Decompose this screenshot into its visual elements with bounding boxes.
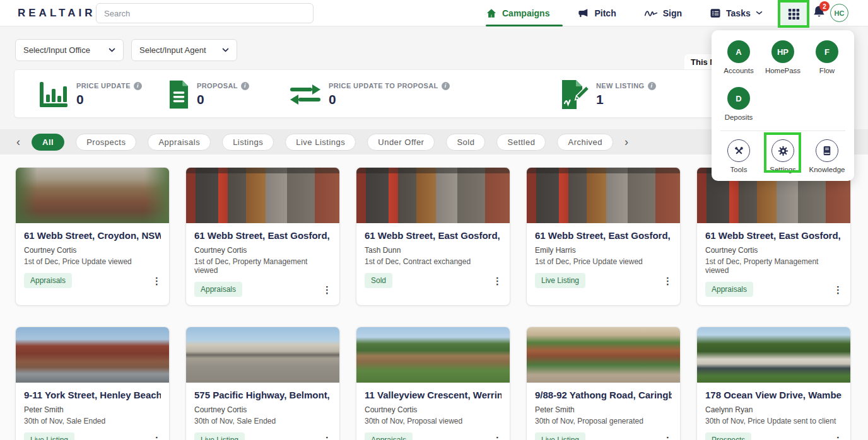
campaigns-card-grid: 61 Webb Street, Croydon, NSW, 2132 Court… bbox=[0, 154, 868, 440]
agent-name: Courtney Cortis bbox=[24, 246, 161, 255]
search-input[interactable] bbox=[96, 3, 314, 23]
property-card[interactable]: 11 Valleyview Crescent, Werrington... Co… bbox=[356, 327, 510, 440]
kebab-menu-icon[interactable]: ⋮ bbox=[833, 436, 842, 440]
campaigns-dashboard: REALTAIR Campaigns Pitch Sign bbox=[0, 0, 868, 440]
nav-label: Campaigns bbox=[502, 8, 549, 18]
kebab-menu-icon[interactable]: ⋮ bbox=[663, 436, 672, 440]
property-photo bbox=[186, 168, 339, 223]
agent-filter-select[interactable]: Select/Input Agent bbox=[131, 39, 237, 61]
stat-label: PRICE UPDATE TO PROPOSALi bbox=[329, 82, 450, 90]
primary-nav: Campaigns Pitch Sign Tasks bbox=[486, 0, 763, 26]
status-badge: Appraisals bbox=[705, 282, 753, 297]
flow-icon: F bbox=[816, 40, 838, 63]
kebab-menu-icon[interactable]: ⋮ bbox=[493, 436, 501, 440]
property-card[interactable]: 61 Webb Street, East Gosford, NSW,... Em… bbox=[526, 167, 681, 306]
homepass-icon: HP bbox=[771, 40, 794, 63]
nav-item-tasks[interactable]: Tasks bbox=[710, 8, 763, 19]
chevron-down-icon bbox=[222, 48, 229, 52]
tab-all[interactable]: All bbox=[32, 134, 64, 151]
property-card[interactable]: 575 Pacific Highway, Belmont, NSW,... Co… bbox=[185, 327, 340, 440]
property-card[interactable]: 61 Webb Street, East Gosford, NSW,... Ta… bbox=[356, 167, 510, 306]
tab-listings[interactable]: Listings bbox=[222, 134, 274, 151]
property-photo bbox=[356, 168, 510, 223]
info-icon[interactable]: i bbox=[241, 82, 249, 90]
signature-icon bbox=[644, 8, 658, 18]
tabs-scroll-right-icon[interactable]: › bbox=[625, 136, 628, 148]
status-badge: Appraisals bbox=[194, 282, 242, 297]
kebab-menu-icon[interactable]: ⋮ bbox=[322, 436, 331, 440]
property-card[interactable]: 178 Ocean View Drive, Wamberal,... Caely… bbox=[696, 327, 851, 440]
last-activity: 30th of Nov, Proposal generated bbox=[535, 417, 672, 426]
notification-count-badge: 2 bbox=[819, 1, 830, 11]
accounts-icon: A bbox=[727, 40, 750, 63]
apps-grid-button[interactable] bbox=[780, 2, 807, 26]
nav-item-pitch[interactable]: Pitch bbox=[577, 8, 616, 19]
kebab-menu-icon[interactable]: ⋮ bbox=[833, 285, 842, 294]
info-icon[interactable]: i bbox=[134, 82, 142, 90]
kebab-menu-icon[interactable]: ⋮ bbox=[493, 276, 501, 286]
kebab-menu-icon[interactable]: ⋮ bbox=[663, 276, 672, 286]
chevron-down-icon bbox=[108, 48, 115, 52]
settings-gear-icon bbox=[777, 145, 789, 157]
agent-name: Tash Dunn bbox=[365, 246, 501, 255]
tab-settled[interactable]: Settled bbox=[496, 134, 546, 151]
agent-name: Peter Smith bbox=[24, 405, 161, 414]
tab-appraisals[interactable]: Appraisals bbox=[148, 134, 211, 151]
knowledge-book-icon bbox=[821, 145, 833, 156]
tab-archived[interactable]: Archived bbox=[557, 134, 613, 151]
nav-label: Sign bbox=[663, 8, 682, 18]
tab-sold[interactable]: Sold bbox=[446, 134, 485, 151]
new-listing-icon bbox=[561, 79, 589, 110]
agent-name: Courtney Cortis bbox=[194, 405, 331, 414]
last-activity: 1st of Dec, Price Update viewed bbox=[24, 257, 161, 266]
property-address: 575 Pacific Highway, Belmont, NSW,... bbox=[194, 390, 331, 400]
menu-item-homepass[interactable]: HP HomePass bbox=[761, 40, 805, 74]
menu-item-flow[interactable]: F Flow bbox=[805, 40, 849, 74]
status-badge: Sold bbox=[365, 273, 392, 288]
notifications-button[interactable]: 2 bbox=[812, 4, 828, 22]
nav-item-campaigns[interactable]: Campaigns bbox=[486, 8, 549, 19]
top-navigation-bar: REALTAIR Campaigns Pitch Sign bbox=[0, 0, 868, 26]
kebab-menu-icon[interactable]: ⋮ bbox=[322, 285, 331, 294]
property-card[interactable]: 61 Webb Street, Croydon, NSW, 2132 Court… bbox=[15, 167, 170, 306]
menu-item-settings[interactable]: Settings bbox=[761, 139, 805, 173]
status-badge: Live Listing bbox=[24, 432, 74, 440]
nav-label: Pitch bbox=[594, 8, 616, 18]
property-photo bbox=[356, 327, 510, 383]
property-card[interactable]: 61 Webb Street, East Gosford, NSW,... Co… bbox=[696, 167, 851, 306]
kebab-menu-icon[interactable]: ⋮ bbox=[152, 276, 161, 286]
last-activity: 30th of Nov, Sale Ended bbox=[24, 417, 161, 426]
stat-label: NEW LISTINGi bbox=[596, 82, 656, 90]
agent-name: Courtney Cortis bbox=[705, 246, 842, 255]
user-avatar[interactable]: HC bbox=[830, 4, 848, 22]
agent-name: Courtney Cortis bbox=[194, 246, 331, 255]
property-card[interactable]: 9/88-92 Yathong Road, Caringbah,... Pete… bbox=[526, 327, 681, 440]
last-activity: 1st of Dec, Property Management viewed bbox=[705, 257, 842, 275]
property-photo bbox=[186, 327, 339, 383]
tab-under-offer[interactable]: Under Offer bbox=[367, 134, 435, 151]
property-address: 9/88-92 Yathong Road, Caringbah,... bbox=[535, 390, 672, 400]
last-activity: 30th of Nov, Sale Ended bbox=[194, 417, 331, 426]
menu-item-knowledge[interactable]: Knowledge bbox=[805, 139, 849, 173]
menu-item-tools[interactable]: Tools bbox=[717, 139, 761, 173]
stat-value: 1 bbox=[596, 92, 656, 107]
info-icon[interactable]: i bbox=[648, 82, 656, 90]
menu-item-accounts[interactable]: A Accounts bbox=[717, 40, 761, 74]
kebab-menu-icon[interactable]: ⋮ bbox=[152, 436, 161, 440]
info-icon[interactable]: i bbox=[442, 82, 450, 90]
tab-live-listings[interactable]: Live Listings bbox=[285, 134, 356, 151]
property-card[interactable]: 9-11 York Street, Henley Beach, SA,... P… bbox=[15, 327, 170, 440]
tab-prospects[interactable]: Prospects bbox=[76, 134, 136, 151]
menu-item-deposits[interactable]: D Deposits bbox=[717, 87, 761, 121]
proposal-document-icon bbox=[168, 79, 189, 110]
agent-name: Peter Smith bbox=[535, 405, 672, 414]
tabs-scroll-left-icon[interactable]: ‹ bbox=[16, 136, 20, 148]
tools-icon bbox=[733, 145, 745, 157]
office-filter-select[interactable]: Select/Input Office bbox=[15, 39, 124, 61]
property-card[interactable]: 61 Webb Street, East Gosford, NSW,... Co… bbox=[185, 167, 340, 306]
nav-item-sign[interactable]: Sign bbox=[644, 8, 682, 18]
stat-label: PRICE UPDATEi bbox=[76, 82, 142, 90]
status-badge: Live Listing bbox=[194, 432, 245, 440]
stat-price-update-to-proposal: PRICE UPDATE TO PROPOSALi 0 bbox=[290, 70, 450, 119]
stat-proposal: PROPOSALi 0 bbox=[168, 70, 249, 119]
